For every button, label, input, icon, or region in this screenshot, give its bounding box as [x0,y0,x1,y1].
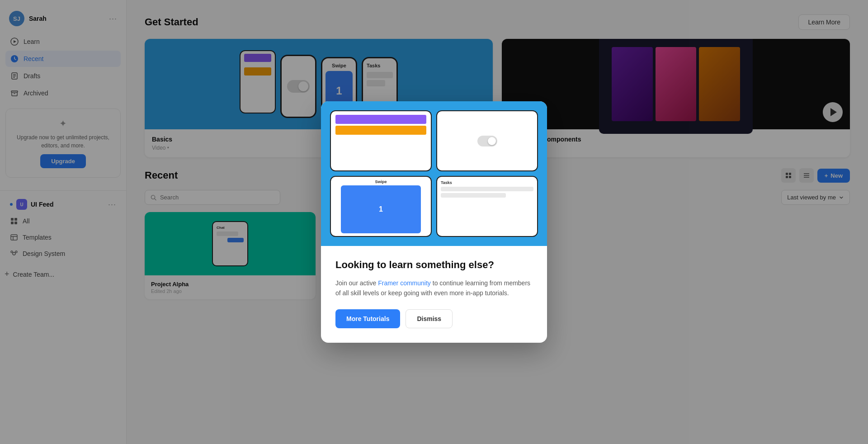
modal-phones-grid: Swipe 1 Tasks [321,101,547,246]
modal-tasks-title: Tasks [441,180,533,185]
modal-phone-1 [330,110,432,171]
modal-phone-2 [436,110,538,171]
modal-actions: More Tutorials Dismiss [335,309,533,328]
modal-swipe-blue: 1 [341,185,421,233]
dismiss-button[interactable]: Dismiss [406,309,453,328]
modal-task-1 [441,187,533,191]
modal-description: Join our active Framer community to cont… [335,278,533,298]
modal-swipe-label: Swipe [375,179,387,184]
more-tutorials-button[interactable]: More Tutorials [335,309,400,328]
modal-overlay[interactable]: Swipe 1 Tasks Looking to learn something… [0,0,868,444]
modal-content: Looking to learn something else? Join ou… [321,246,547,342]
modal-phone-4: Tasks [436,176,538,237]
modal-phone-3: Swipe 1 [330,176,432,237]
modal-phone-1-bar-1 [335,115,426,124]
modal-phone-2-center [437,111,537,170]
modal-description-pre: Join our active [335,279,378,287]
modal-title: Looking to learn something else? [335,259,533,272]
modal-toggle [477,136,497,146]
framer-community-link[interactable]: Framer community [378,279,431,287]
modal-task-2 [441,193,506,198]
modal-image: Swipe 1 Tasks [321,101,547,246]
modal-toggle-knob [488,137,496,145]
learn-modal: Swipe 1 Tasks Looking to learn something… [321,101,547,342]
modal-phone-1-bar-2 [335,126,426,135]
